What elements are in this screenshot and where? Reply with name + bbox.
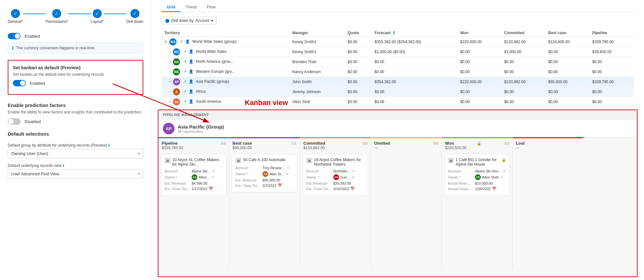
group-attr-value: Owning User (User) (11, 151, 48, 156)
calendar-icon[interactable]: 📅 (350, 187, 355, 191)
person-icon[interactable]: 👤 (189, 99, 194, 104)
cell-forecast: $354,382.00 (372, 77, 458, 87)
expand-btn[interactable]: › (169, 99, 171, 104)
person-icon[interactable]: 👤 (189, 69, 194, 74)
step-general-circle: ✓ (11, 9, 20, 18)
kanban-default-description: Set kanban as the default view for under… (13, 72, 138, 77)
link-icon[interactable]: ↗ (183, 99, 186, 104)
link-icon[interactable]: ↗ (183, 79, 186, 84)
remove-owner-btn[interactable]: ✕ (352, 176, 354, 179)
calendar-icon[interactable]: 📅 (209, 187, 213, 191)
table-row: › AP ↗ 👤 Asia Pacific (group) (162, 77, 290, 87)
owner-avatar: AS (475, 174, 481, 180)
prediction-section: Enable prediction factors Enable the abi… (8, 102, 143, 125)
kanban-default-box: Set kanban as default (Preview) Set kanb… (8, 60, 143, 95)
kanban-toggle-row: Enabled (13, 80, 138, 86)
kanban-card[interactable]: ▦ 1 Café BG-1 Grinder for Alpine Ski Hou… (444, 154, 510, 196)
expand-btn[interactable]: › (169, 89, 171, 94)
expand-btn[interactable]: › (169, 79, 171, 84)
enabled-toggle[interactable] (8, 33, 21, 39)
cell-bestcase: $0.00 (545, 87, 590, 97)
cell-manager: John Smith (290, 77, 345, 87)
group-attr-info-icon: ℹ (108, 143, 110, 148)
person-icon[interactable]: 👤 (189, 79, 194, 84)
kanban-card[interactable]: ▦ 10 Airpot XL Coffee Makers for Alpine … (161, 154, 226, 196)
grid-tabs: Grid Trend Flow (162, 0, 634, 12)
link-icon[interactable]: ↗ (180, 39, 183, 44)
step-line-3 (104, 14, 126, 14)
remove-account-btn[interactable]: ✕ (287, 166, 289, 170)
cell-pipeline: $339,785.00 (590, 77, 634, 87)
expand-btn[interactable]: › (169, 69, 171, 74)
col-title-won: Won (445, 141, 454, 146)
kanban-col-pipeline: Pipeline 5/5 $339,785.00 ▦ 10 Airpot XL … (158, 137, 229, 269)
col-cards-omitted (371, 152, 441, 269)
group-attr-dropdown[interactable]: Owning User (User) ▾ (8, 149, 143, 158)
col-cards-lost (513, 152, 583, 269)
col-meta-omitted: Omitted 0/0 (374, 141, 438, 146)
prediction-toggle-row: Disabled (8, 118, 143, 125)
cell-pipeline: $0.00 (590, 97, 634, 107)
kanban-default-toggle[interactable] (13, 80, 26, 86)
col-header-lost: Lost --- (513, 137, 583, 152)
card-title: ▦ 18 Airpot Coffee Makers for Northwind … (306, 158, 365, 167)
cell-committed: $0.00 (502, 67, 546, 77)
right-grid-panel: Grid Trend Flow ⬤ Drill down by: Account… (158, 0, 638, 107)
cell-bestcase: $0.00 (545, 97, 590, 107)
remove-account-btn[interactable]: ✕ (503, 169, 506, 173)
table-row: › A ↗ 👤 Africa (162, 87, 290, 97)
col-amount-lost: --- (516, 146, 580, 150)
card-field-owner: Owner * AS Alton Stott ✕ (448, 174, 506, 180)
cell-quota: $0.00 (345, 37, 372, 47)
expand-btn[interactable]: › (169, 49, 171, 54)
calendar-icon[interactable]: 📅 (278, 183, 282, 188)
col-title-pipeline: Pipeline (162, 141, 178, 146)
cell-bestcase: $134,800.00 (545, 37, 590, 47)
kanban-col-bestcase: Best case 1/1 $95,000.00 ▦ 50 Café A-100… (229, 137, 300, 269)
col-pipeline: Pipeline (590, 29, 634, 37)
prediction-toggle[interactable] (8, 118, 21, 125)
cell-pipeline: $0.00 (590, 87, 634, 97)
link-icon[interactable]: ↗ (183, 49, 186, 54)
card-field-close: Actual Close... 1/26/2022 📅 (448, 187, 506, 191)
remove-owner-btn[interactable]: ✕ (212, 176, 214, 179)
col-cards-bestcase: ▦ 50 Café A-100 Automatic Account Trey R… (229, 152, 300, 269)
records-view-dropdown[interactable]: User Advanced Find View ▾ (8, 169, 143, 179)
prediction-desc: Enable the ability to view factors and i… (8, 110, 143, 114)
grid-table: Territory Manager Quota Forecast ℹ Won C… (162, 29, 634, 107)
kanban-card[interactable]: ▦ 18 Airpot Coffee Makers for Northwind … (303, 154, 368, 196)
kanban-columns: Pipeline 5/5 $339,785.00 ▦ 10 Airpot XL … (158, 137, 637, 269)
link-icon[interactable]: ↗ (183, 89, 186, 94)
drill-down-button[interactable]: ⬤ Drill down by: Account ▾ (162, 17, 217, 24)
cell-won: $0.00 (458, 87, 502, 97)
card-type-icon: ▦ (165, 158, 170, 163)
row-avatar: WS (169, 38, 176, 45)
card-title: ▦ 10 Airpot XL Coffee Makers for Alpine … (165, 158, 223, 167)
link-icon[interactable]: ↗ (183, 59, 186, 64)
cell-pipeline: $0.00 (590, 67, 634, 77)
kanban-col-won: Won 🔒 3/3 $220,500.00 ▦ 1 Café BG-1 Grin… (442, 137, 513, 269)
kanban-card[interactable]: ▦ 50 Café A-100 Automatic Account Trey R… (232, 154, 297, 192)
tab-grid[interactable]: Grid (162, 3, 181, 12)
step-layout-circle: ✓ (93, 9, 102, 18)
remove-account-btn[interactable]: ✕ (212, 169, 215, 173)
tab-flow[interactable]: Flow (202, 3, 221, 12)
col-title-lost: Lost (516, 141, 525, 146)
cell-bestcase: $95,000.00 (545, 77, 590, 87)
table-row: ∨ WS ↗ 👤 World Wide Sales (group) (162, 37, 290, 47)
col-manager: Manager (290, 29, 345, 37)
remove-owner-btn[interactable]: ✕ (500, 176, 503, 179)
person-icon[interactable]: 👤 (185, 39, 190, 44)
step-drilldown-circle: ✓ (130, 9, 139, 18)
person-icon[interactable]: 👤 (189, 49, 194, 54)
person-icon[interactable]: 👤 (189, 59, 194, 64)
owner-avatar: AS (262, 171, 268, 177)
remove-owner-btn[interactable]: ✕ (286, 172, 289, 176)
person-icon[interactable]: 👤 (189, 89, 194, 94)
calendar-icon[interactable]: 📅 (492, 187, 497, 191)
tab-trend[interactable]: Trend (181, 3, 202, 12)
link-icon[interactable]: ↗ (183, 69, 186, 74)
expand-btn[interactable]: › (169, 59, 171, 64)
remove-account-btn[interactable]: ✕ (352, 169, 355, 173)
expand-btn[interactable]: ∨ (164, 39, 167, 44)
